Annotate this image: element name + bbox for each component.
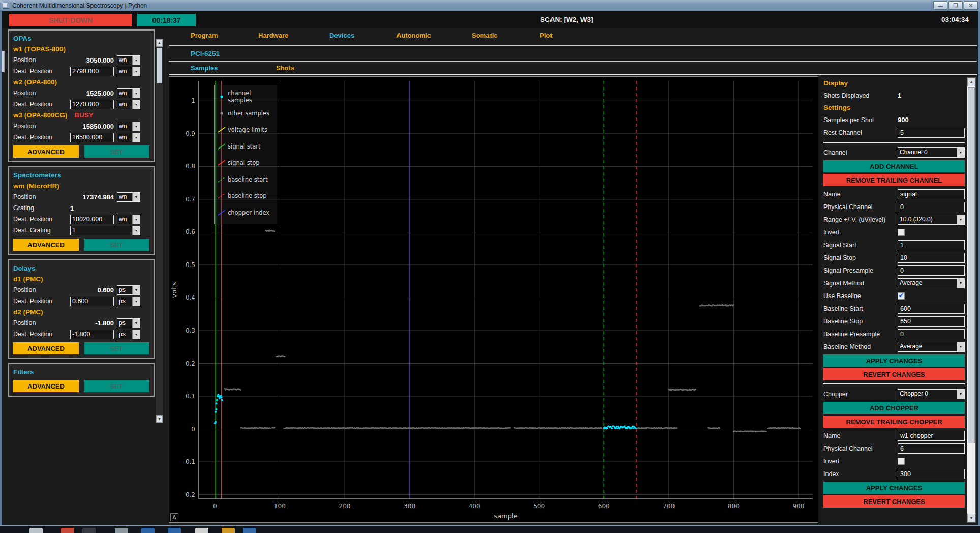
- w3-units-select[interactable]: wn▼: [117, 122, 140, 131]
- d2-units-select[interactable]: ps▼: [117, 318, 140, 328]
- add-chopper-button[interactable]: ADD CHOPPER: [823, 402, 965, 414]
- busy-badge: BUSY: [74, 111, 94, 119]
- chevron-down-icon: ▼: [132, 319, 140, 328]
- w1-dest-units-select[interactable]: wn▼: [117, 67, 140, 76]
- taskbar-icon[interactable]: [141, 528, 155, 533]
- apply-channel-changes-button[interactable]: APPLY CHANGES: [823, 354, 965, 367]
- signal-method-select[interactable]: Average▼: [898, 278, 965, 288]
- menu-item-devices[interactable]: Devices: [329, 32, 354, 39]
- scroll-down-icon[interactable]: ▼: [967, 514, 975, 522]
- field-row: Invert: [823, 226, 965, 239]
- delays-panel: Delays d1 (PMC) Position 0.600 ps▼ Dest.…: [8, 259, 155, 359]
- w3-dest-position-input[interactable]: [70, 133, 114, 142]
- field-row: Channel Channel 0▼: [823, 146, 965, 159]
- menu-item-plot[interactable]: Plot: [540, 32, 553, 39]
- baseline-stop-input[interactable]: [898, 316, 965, 327]
- tab-samples[interactable]: Samples: [191, 64, 218, 72]
- range-select[interactable]: 10.0 (320.0)▼: [898, 215, 965, 225]
- w3-dest-units-select[interactable]: wn▼: [117, 133, 140, 142]
- scroll-up-icon[interactable]: ▲: [156, 39, 163, 47]
- rest-channel-input[interactable]: [898, 128, 965, 138]
- channel-select[interactable]: Channel 0▼: [898, 147, 965, 158]
- w1-dest-position-input[interactable]: [70, 67, 114, 76]
- field-row: Range +/-V, (uV/level) 10.0 (320.0)▼: [823, 213, 965, 226]
- d1-dest-units-select[interactable]: ps▼: [117, 297, 140, 306]
- shutdown-button[interactable]: SHUT DOWN: [9, 14, 132, 26]
- field-row: Signal Method Average▼: [823, 277, 965, 289]
- chopper-select[interactable]: Chopper 0▼: [898, 389, 965, 399]
- w2-dest-position-input[interactable]: [70, 100, 114, 109]
- scroll-up-icon[interactable]: ▲: [967, 78, 975, 86]
- baseline-method-select[interactable]: Average▼: [898, 342, 965, 352]
- menu-item-hardware[interactable]: Hardware: [258, 32, 288, 39]
- d2-dest-units-select[interactable]: ps▼: [117, 330, 140, 339]
- w2-units-select[interactable]: wn▼: [117, 88, 140, 98]
- baseline-start-input[interactable]: [898, 304, 965, 314]
- opas-advanced-button[interactable]: ADVANCED: [13, 145, 79, 158]
- spectrometers-set-button[interactable]: SET: [84, 239, 149, 251]
- delays-advanced-button[interactable]: ADVANCED: [13, 342, 79, 354]
- physical-channel-input[interactable]: [898, 202, 965, 212]
- scroll-down-icon[interactable]: ▼: [156, 415, 163, 423]
- baseline-presample-input[interactable]: [898, 329, 965, 339]
- filters-set-button[interactable]: SET: [84, 380, 149, 392]
- delays-set-button[interactable]: SET: [84, 342, 149, 354]
- close-button[interactable]: ✕: [964, 1, 978, 10]
- autorange-button[interactable]: A: [170, 513, 178, 521]
- chopper-physical-channel-input[interactable]: [898, 443, 965, 454]
- sidebar-scrollbar[interactable]: ▲ ▼: [156, 39, 163, 423]
- settings-scrollbar[interactable]: ▲ ▼: [967, 77, 976, 523]
- add-channel-button[interactable]: ADD CHANNEL: [823, 160, 965, 172]
- y-axis-label: volts: [170, 282, 178, 298]
- d2-dest-position-input[interactable]: [70, 330, 114, 339]
- field-row: Rest Channel: [823, 126, 965, 139]
- wm-dest-units-select[interactable]: wn▼: [117, 215, 140, 224]
- chopper-index-input[interactable]: [898, 469, 965, 479]
- menu-item-program[interactable]: Program: [191, 32, 218, 39]
- samples-per-shot-value: 900: [898, 116, 965, 124]
- chopper-invert-checkbox[interactable]: [898, 458, 905, 465]
- taskbar-icon[interactable]: [222, 528, 235, 533]
- taskbar-icon[interactable]: [195, 528, 208, 533]
- remove-trailing-channel-button[interactable]: REMOVE TRAILING CHANNEL: [823, 174, 965, 186]
- restore-button[interactable]: ❐: [948, 1, 963, 10]
- wm-dest-grating-select[interactable]: 1▼: [70, 226, 140, 235]
- use-baseline-checkbox[interactable]: [898, 292, 905, 300]
- d1-dest-position-input[interactable]: [70, 297, 114, 306]
- remove-trailing-chopper-button[interactable]: REMOVE TRAILING CHOPPER: [823, 416, 965, 428]
- revert-chopper-changes-button[interactable]: REVERT CHANGES: [823, 495, 965, 508]
- taskbar-icon[interactable]: [115, 528, 128, 533]
- device-tab-pci6251[interactable]: PCI-6251: [191, 50, 220, 57]
- revert-channel-changes-button[interactable]: REVERT CHANGES: [823, 368, 965, 380]
- svg-text:0.3: 0.3: [186, 327, 195, 334]
- tab-shots[interactable]: Shots: [276, 64, 294, 72]
- hardware-sidebar: OPAs w1 (TOPAS-800) Position 3050.000 wn…: [8, 29, 155, 401]
- spectrometers-advanced-button[interactable]: ADVANCED: [13, 239, 79, 251]
- taskbar-icon[interactable]: [61, 528, 74, 533]
- d1-units-select[interactable]: ps▼: [117, 285, 140, 295]
- menu-item-somatic[interactable]: Somatic: [472, 32, 498, 39]
- signal-presample-input[interactable]: [898, 265, 965, 276]
- apply-chopper-changes-button[interactable]: APPLY CHANGES: [823, 482, 965, 494]
- taskbar-icon[interactable]: [243, 528, 256, 533]
- wm-grating-value: 1: [70, 204, 114, 212]
- scrollbar-thumb[interactable]: [157, 48, 162, 83]
- taskbar-icon[interactable]: [82, 528, 96, 533]
- w2-dest-units-select[interactable]: wn▼: [117, 100, 140, 109]
- menu-item-autonomic[interactable]: Autonomic: [396, 32, 431, 39]
- minimize-button[interactable]: ▬: [933, 1, 947, 10]
- invert-checkbox[interactable]: [898, 229, 905, 236]
- filters-advanced-button[interactable]: ADVANCED: [13, 380, 79, 392]
- chopper-name-input[interactable]: [898, 431, 965, 441]
- w1-units-select[interactable]: wn▼: [117, 55, 140, 65]
- wm-dest-position-input[interactable]: [70, 215, 114, 224]
- taskbar-icon[interactable]: [29, 528, 43, 533]
- signal-start-input[interactable]: [898, 240, 965, 250]
- plot-canvas[interactable]: -0.2-0.100.10.20.30.40.50.60.70.80.91010…: [169, 76, 818, 523]
- wm-units-select[interactable]: wn▼: [117, 192, 140, 202]
- taskbar-icon[interactable]: [168, 528, 181, 533]
- scrollbar-thumb[interactable]: [968, 87, 975, 443]
- channel-name-input[interactable]: [898, 189, 965, 199]
- signal-stop-input[interactable]: [898, 253, 965, 263]
- opas-set-button[interactable]: SET: [84, 145, 149, 158]
